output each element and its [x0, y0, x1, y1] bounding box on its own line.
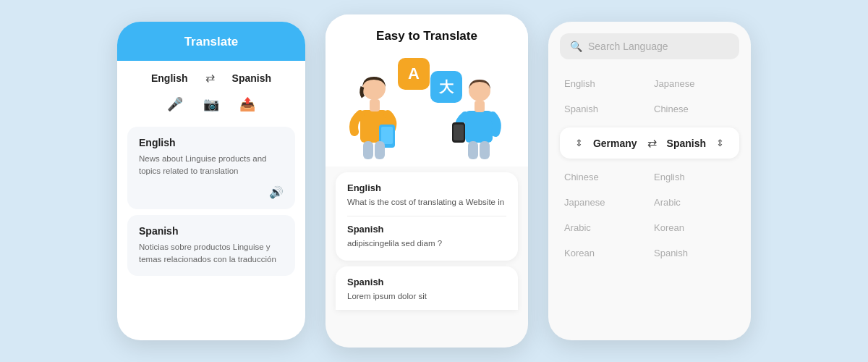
person-left-icon: [347, 72, 401, 159]
phone1-icons-row: 🎤 📷 📤: [117, 92, 305, 121]
lang-item-english2[interactable]: English: [650, 164, 739, 190]
phone-translate: Translate English ⇄ Spanish 🎤 📷 📤 Englis…: [117, 22, 305, 340]
phone1-card-english-title: English: [139, 137, 284, 148]
phone2-title: Easy to Translate: [340, 29, 514, 43]
phone2-chat-text2: adipiscingelila sed diam ?: [347, 237, 506, 250]
phone1-title: Translate: [184, 35, 239, 49]
camera-icon[interactable]: 📷: [203, 96, 219, 112]
phone2-bottom-lang: Spanish: [347, 277, 506, 287]
svg-rect-9: [475, 101, 485, 112]
phone3-top-lang-grid: English Japanese Spanish Chinese: [548, 68, 751, 125]
lang-item-arabic[interactable]: Arabic: [650, 190, 739, 215]
lang-item-spanish2[interactable]: Spanish: [650, 240, 739, 266]
to-lang-arrows-icon[interactable]: ⇕: [716, 138, 724, 148]
translate-bubble-a: A: [398, 58, 430, 90]
search-placeholder: Search Language: [588, 41, 668, 52]
phone2-header: Easy to Translate: [326, 14, 528, 51]
lang-item-spanish[interactable]: Spanish: [560, 96, 650, 122]
phone2-illustration: A 大: [326, 51, 528, 167]
lang-item-korean2[interactable]: Korean: [560, 240, 650, 266]
language-selector-row: ⇕ Germany ⇄ Spanish ⇕: [560, 127, 739, 159]
svg-rect-11: [454, 125, 464, 140]
svg-rect-5: [363, 141, 373, 159]
phone2-bottom-text: Lorem ipsum dolor sit: [347, 290, 506, 303]
phone1-card-spanish: Spanish Noticias sobre productos Linguis…: [127, 215, 295, 277]
phone-search-language: 🔍 Search Language English Japanese Spani…: [548, 22, 751, 340]
phone2-bottom-card: Spanish Lorem ipsum dolor sit: [336, 266, 518, 310]
phone1-lang-to[interactable]: Spanish: [232, 72, 271, 84]
svg-rect-2: [370, 99, 380, 111]
lang-item-chinese[interactable]: Chinese: [650, 96, 739, 122]
lang-item-english[interactable]: English: [560, 71, 650, 96]
selector-from-lang[interactable]: Germany: [593, 138, 637, 149]
svg-rect-12: [468, 141, 478, 159]
search-icon: 🔍: [570, 41, 582, 52]
phone1-lang-row: English ⇄ Spanish: [117, 61, 305, 92]
search-bar[interactable]: 🔍 Search Language: [560, 33, 739, 59]
phone-easy-translate: Easy to Translate: [326, 14, 528, 348]
svg-rect-4: [381, 127, 393, 144]
lang-item-japanese2[interactable]: Japanese: [560, 190, 650, 215]
microphone-icon[interactable]: 🎤: [167, 96, 183, 112]
person-right-icon: [452, 76, 506, 159]
phone2-chat-lang2: Spanish: [347, 224, 506, 235]
lang-item-korean[interactable]: Korean: [650, 215, 739, 240]
phone1-card-spanish-title: Spanish: [139, 225, 284, 237]
from-lang-arrows-icon[interactable]: ⇕: [575, 138, 583, 148]
phone1-card-english-text: News about Linguise products and topics …: [139, 153, 284, 178]
chat-divider: [347, 216, 506, 216]
svg-rect-6: [375, 141, 385, 159]
lang-item-chinese2[interactable]: Chinese: [560, 164, 650, 190]
selector-to-lang[interactable]: Spanish: [667, 138, 706, 149]
upload-icon[interactable]: 📤: [239, 96, 255, 112]
speaker-icon[interactable]: 🔊: [269, 185, 284, 199]
phone1-header: Translate: [117, 22, 305, 61]
lang-item-japanese[interactable]: Japanese: [650, 71, 739, 96]
phone2-chat-card: English What is the cost of translating …: [336, 172, 518, 261]
phone1-lang-from[interactable]: English: [151, 72, 188, 84]
phone1-card-english: English News about Linguise products and…: [127, 127, 295, 209]
svg-rect-13: [480, 141, 490, 159]
selector-swap-icon[interactable]: ⇄: [647, 136, 657, 150]
phone2-chat-lang1: English: [347, 182, 506, 193]
swap-icon[interactable]: ⇄: [205, 71, 215, 85]
phone1-card-spanish-text: Noticias sobre productos Linguise y tema…: [139, 241, 284, 266]
phone3-bottom-lang-grid: Chinese English Japanese Arabic Arabic K…: [548, 161, 751, 269]
lang-item-arabic2[interactable]: Arabic: [560, 215, 650, 240]
phone2-chat-text1: What is the cost of translating a Websit…: [347, 196, 506, 209]
